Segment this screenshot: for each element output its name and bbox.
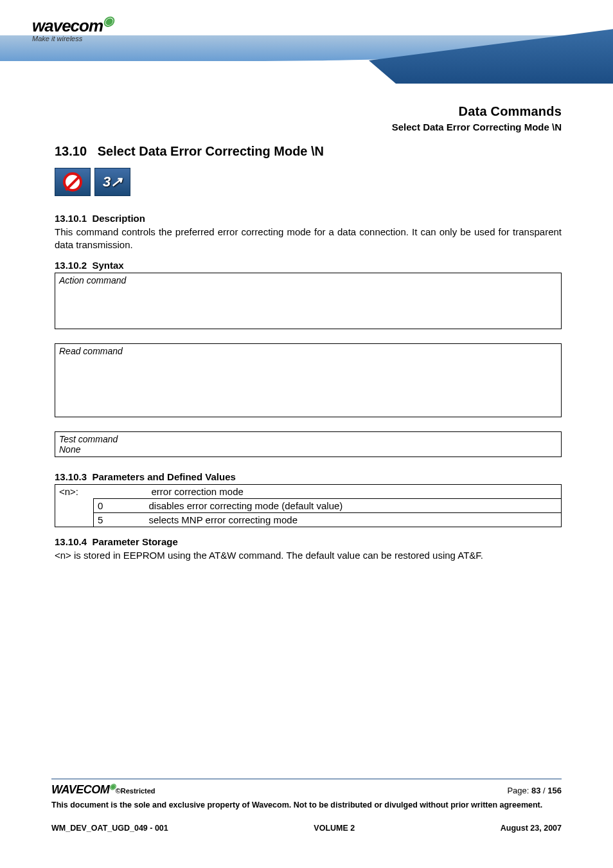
param-value-desc-cell: disables error correcting mode (default … <box>145 498 562 512</box>
param-value-cell: 0 <box>94 498 145 512</box>
empty-cell <box>55 512 94 527</box>
footer-volume: VOLUME 2 <box>314 824 355 833</box>
read-command-label: Read command <box>59 346 557 356</box>
capability-icons: 3↗ <box>55 168 562 196</box>
page-content: Data Commands Select Data Error Correcti… <box>0 90 613 562</box>
not-allowed-icon <box>63 172 82 192</box>
threeg-tile: 3↗ <box>94 168 130 196</box>
sub1-heading: Description <box>92 213 145 224</box>
subsection-syntax-title: 13.10.2 Syntax <box>55 260 562 271</box>
section-number: 13.10 <box>55 144 87 158</box>
sub4-heading: Parameter Storage <box>92 536 177 547</box>
empty-cell <box>55 498 94 512</box>
page-footer: WAVECOM◉©Restricted Page: 83 / 156 This … <box>51 779 562 833</box>
section-title: 13.10 Select Data Error Correcting Mode … <box>55 144 562 159</box>
table-row: 5 selects MNP error correcting mode <box>55 512 562 527</box>
param-name-cell: <n>: <box>55 484 94 498</box>
logo-swirl-icon: ◉ <box>103 14 113 28</box>
subsection-params-title: 13.10.3 Parameters and Defined Values <box>55 471 562 482</box>
sub3-num: 13.10.3 <box>55 471 87 482</box>
footer-date: August 23, 2007 <box>501 824 562 833</box>
test-command-label: Test command <box>59 434 557 444</box>
chapter-subtitle: Select Data Error Correcting Mode \N <box>55 122 562 132</box>
logo-text: wavecom◉ <box>32 13 113 36</box>
sub2-heading: Syntax <box>92 260 123 271</box>
footer-logo-swirl-icon: ◉ <box>109 782 116 791</box>
footer-page-total: 156 <box>547 786 562 795</box>
footer-page-sep: / <box>540 786 547 795</box>
footer-restricted: ©Restricted <box>116 787 155 795</box>
footer-legal: This document is the sole and exclusive … <box>51 800 562 811</box>
sub1-num: 13.10.1 <box>55 213 87 224</box>
storage-body: <n> is stored in EEPROM using the AT&W c… <box>55 549 562 562</box>
not-allowed-tile <box>55 168 91 196</box>
table-row: 0 disables error correcting mode (defaul… <box>55 498 562 512</box>
footer-page-label: Page: <box>507 786 531 795</box>
header-banner: wavecom◉ Make it wireless <box>0 0 613 90</box>
footer-row-2: WM_DEV_OAT_UGD_049 - 001 VOLUME 2 August… <box>51 824 562 833</box>
table-row: <n>: error correction mode <box>55 484 562 498</box>
chapter-title: Data Commands <box>55 104 562 119</box>
threeg-icon: 3↗ <box>103 174 122 190</box>
description-body: This command controls the preferred erro… <box>55 226 562 252</box>
read-command-box: Read command <box>55 343 562 417</box>
subsection-storage-title: 13.10.4 Parameter Storage <box>55 536 562 547</box>
subsection-description-title: 13.10.1 Description <box>55 213 562 224</box>
footer-row-1: WAVECOM◉©Restricted Page: 83 / 156 <box>51 782 562 797</box>
test-command-body: None <box>59 444 557 455</box>
parameters-table: <n>: error correction mode 0 disables er… <box>55 484 562 527</box>
action-command-box: Action command <box>55 273 562 329</box>
footer-logo-text: WAVECOM <box>51 783 109 796</box>
param-desc-cell: error correction mode <box>94 484 562 498</box>
sub3-heading: Parameters and Defined Values <box>92 471 235 482</box>
sub4-num: 13.10.4 <box>55 536 87 547</box>
footer-divider <box>51 779 562 779</box>
action-command-label: Action command <box>59 275 557 285</box>
test-command-box: Test command None <box>55 431 562 457</box>
sub2-num: 13.10.2 <box>55 260 87 271</box>
param-value-cell: 5 <box>94 512 145 527</box>
footer-doc-id: WM_DEV_OAT_UGD_049 - 001 <box>51 824 168 833</box>
section-heading: Select Data Error Correcting Mode \N <box>98 144 324 158</box>
footer-page: Page: 83 / 156 <box>507 786 562 795</box>
footer-page-current: 83 <box>531 786 540 795</box>
logo-word: wavecom <box>32 16 103 35</box>
param-value-desc-cell: selects MNP error correcting mode <box>145 512 562 527</box>
logo-block: wavecom◉ Make it wireless <box>32 13 113 42</box>
footer-logo-block: WAVECOM◉©Restricted <box>51 782 155 797</box>
